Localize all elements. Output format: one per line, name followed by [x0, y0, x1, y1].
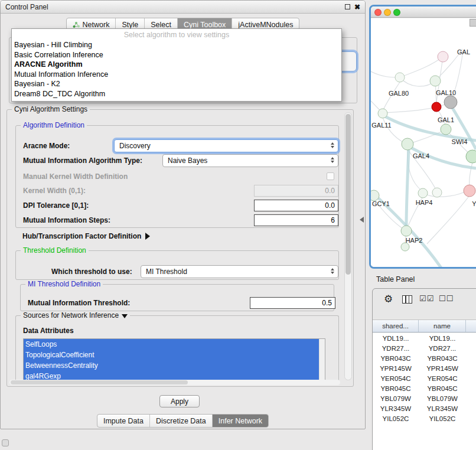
settings-hscrollbar[interactable]: [9, 380, 340, 385]
tab-label: Select: [151, 21, 171, 29]
attribute-list-item[interactable]: BetweennessCentrality: [24, 360, 319, 371]
network-node[interactable]: [466, 150, 476, 163]
mi-threshold-field[interactable]: 0.5: [250, 297, 335, 309]
combo-arrows-icon: [331, 157, 334, 163]
table-header-cell[interactable]: [466, 320, 476, 332]
bottom-tab-discretize-data[interactable]: Discretize Data: [149, 415, 212, 427]
bottom-tab-infer-network[interactable]: Infer Network: [212, 415, 268, 427]
table-header-cell[interactable]: shared...: [373, 320, 419, 332]
table-row[interactable]: YER054CYER054C8.: [373, 373, 476, 383]
gear-icon[interactable]: ⚙: [384, 294, 393, 305]
mi-threshold-definition-group: MI Threshold Definition Mutual Informati…: [20, 284, 334, 311]
table-row[interactable]: YBL079WYBL079W: [373, 393, 476, 403]
network-node[interactable]: [401, 226, 412, 236]
network-node[interactable]: [378, 109, 387, 118]
network-node[interactable]: [438, 51, 448, 62]
network-node[interactable]: [401, 243, 409, 251]
table-cell: YLR345W: [373, 403, 419, 413]
hub-definition-toggle[interactable]: Hub/Transcription Factor Definition: [22, 232, 150, 240]
table-cell: YLR345W: [419, 403, 466, 413]
settings-scrollbar-thumb[interactable]: [345, 114, 351, 275]
table-cell: YDL19...: [419, 333, 466, 343]
close-window-icon[interactable]: ✖: [354, 4, 360, 11]
network-node[interactable]: [430, 76, 441, 86]
tab-label: jActiveMNodules: [238, 21, 293, 29]
apply-button[interactable]: Apply: [159, 395, 200, 407]
mi-type-combo[interactable]: Naive Bayes: [162, 154, 338, 167]
data-attributes-label: Data Attributes: [23, 327, 74, 335]
kernel-width-value: 0.0: [325, 187, 335, 195]
select-all-columns-icon[interactable]: ☑☑: [419, 294, 434, 303]
dropdown-item[interactable]: Mutual Information Inference: [12, 70, 341, 80]
table-row[interactable]: YIL052CYIL052C: [373, 413, 476, 423]
which-threshold-value: MI Threshold: [146, 268, 187, 276]
network-edge: [406, 149, 409, 226]
float-window-icon[interactable]: [345, 4, 350, 9]
manual-kernel-checkbox[interactable]: [327, 172, 334, 180]
attribute-list-item[interactable]: SelfLoops: [24, 339, 319, 350]
network-node[interactable]: [441, 124, 451, 135]
dropdown-item[interactable]: Dream8 DC_TDC Algorithm: [12, 89, 341, 99]
table-cell: YBR043C: [419, 353, 466, 363]
table-cell: [466, 413, 476, 423]
which-threshold-combo[interactable]: MI Threshold: [141, 265, 338, 278]
bottom-tab-impute-data[interactable]: Impute Data: [97, 415, 149, 427]
table-header-cell[interactable]: name: [419, 320, 466, 332]
mi-steps-label: Mutual Information Steps:: [23, 216, 110, 224]
dropdown-item[interactable]: Basic Correlation Inference: [12, 50, 341, 60]
table-cell: YBL079W: [373, 393, 419, 403]
table-row[interactable]: YBR043CYBR043C: [373, 353, 476, 363]
network-node[interactable]: [402, 138, 413, 150]
minimize-traffic-light-icon[interactable]: [384, 9, 391, 16]
combo-arrows-icon: [331, 268, 334, 274]
mi-steps-field[interactable]: 6: [254, 214, 338, 226]
network-node-label: Y: [472, 200, 476, 207]
which-threshold-label: Which threshold to use:: [51, 268, 132, 276]
table-row[interactable]: YBR045CYBR045C9.: [373, 383, 476, 393]
sources-title[interactable]: Sources for Network Inference: [21, 311, 130, 319]
zoom-traffic-light-icon[interactable]: [393, 9, 400, 16]
attribute-list-item[interactable]: TopologicalCoefficient: [24, 350, 319, 360]
table-cell: YDR27...: [373, 343, 419, 353]
columns-icon[interactable]: [402, 295, 412, 304]
dropdown-item[interactable]: ARACNE Algorithm: [12, 60, 341, 70]
network-node[interactable]: [395, 73, 405, 82]
control-panel-titlebar[interactable]: Control Panel ✖: [1, 1, 365, 14]
birdseye-toggle[interactable]: [470, 19, 476, 27]
deselect-all-columns-icon[interactable]: ☐☐: [439, 294, 454, 303]
table-row[interactable]: YDR27...YDR27...12: [373, 343, 476, 353]
network-canvas[interactable]: GALGAL80GAL10GAL11GAL1SWI4GAL4GCY1HAP4HA…: [371, 18, 476, 267]
network-node-label: HAP4: [416, 199, 433, 206]
network-window-titlebar[interactable]: [371, 6, 476, 18]
network-node[interactable]: [418, 188, 428, 198]
network-node[interactable]: [444, 96, 457, 109]
dropdown-item[interactable]: Bayesian - Hill Climbing: [12, 40, 341, 50]
table-panel-window: ⚙ ☑☑ ☐☐ shared...name YDL19...YDL19...13…: [372, 288, 476, 450]
network-edge: [371, 71, 397, 77]
network-edge: [423, 191, 465, 197]
algorithm-definition-group: Algorithm Definition Aracne Mode: Discov…: [15, 125, 339, 228]
network-node[interactable]: [464, 185, 475, 197]
settings-hscrollbar-thumb[interactable]: [11, 380, 188, 384]
corner-grip-icon[interactable]: [2, 439, 9, 446]
table-cell: YER054C: [373, 373, 419, 383]
close-traffic-light-icon[interactable]: [374, 9, 382, 16]
network-node[interactable]: [371, 190, 379, 201]
table-header: shared...name: [373, 319, 476, 332]
network-node[interactable]: [432, 188, 442, 197]
table-cell: YIL052C: [373, 413, 419, 423]
table-row[interactable]: YLR345WYLR345W9.: [373, 403, 476, 413]
table-row[interactable]: YDL19...YDL19...13: [373, 333, 476, 343]
table-row[interactable]: YPR145WYPR145W9.: [373, 363, 476, 373]
network-node[interactable]: [432, 102, 441, 112]
table-cell: [466, 353, 476, 363]
aracne-mode-combo[interactable]: Discovery: [114, 139, 338, 152]
dpi-tolerance-field[interactable]: 0.0: [254, 200, 338, 211]
dropdown-item[interactable]: Bayesian - K2: [12, 79, 341, 89]
settings-scrollbar[interactable]: [344, 112, 352, 380]
hub-definition-label: Hub/Transcription Factor Definition: [22, 232, 141, 240]
attribute-list[interactable]: SelfLoopsTopologicalCoefficientBetweenne…: [23, 338, 325, 381]
attribute-list-scrollbar[interactable]: [319, 339, 325, 380]
panel-collapse-arrow-icon[interactable]: [360, 217, 364, 223]
mi-steps-value: 6: [331, 216, 335, 224]
